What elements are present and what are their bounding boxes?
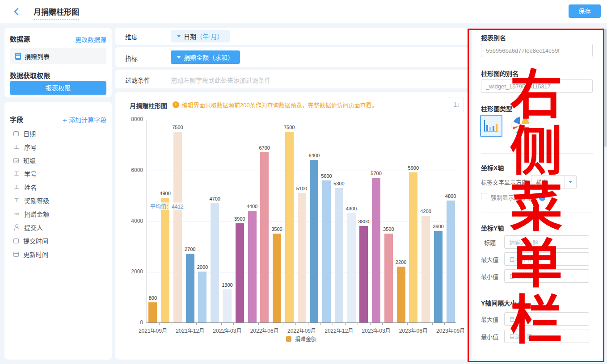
divider (481, 213, 594, 213)
x-axis-tick (172, 323, 172, 325)
chevron-down-icon (569, 181, 572, 183)
metric-row: 指标 捐赠金额（求和） (115, 47, 468, 67)
calendar-field-icon (13, 131, 19, 136)
app-window: 月捐赠柱形图 保存 数据源 更改数据源 捐赠列表 数据获取权限 报表权限 字段 … (0, 0, 607, 364)
field-item-班级[interactable]: 班级 (10, 154, 106, 167)
pie-chart-icon (511, 116, 531, 136)
scrollbar-thumb[interactable] (604, 29, 607, 147)
datasource-item-label: 捐赠列表 (25, 52, 50, 61)
x-axis-tick (345, 323, 346, 325)
widget-alias-input[interactable] (481, 79, 593, 93)
dimension-suffix: （年-月） (196, 33, 223, 40)
x-axis-tick (295, 323, 296, 325)
metric-value: 捐赠金额（求和） (184, 53, 234, 62)
field-item-label: 提交人 (24, 223, 43, 232)
force-labels-checkbox[interactable] (481, 193, 487, 199)
y-axis-min-input[interactable] (504, 269, 589, 283)
field-item-提交时间[interactable]: 提交时间 (10, 234, 106, 247)
save-button[interactable]: 保存 (569, 4, 601, 18)
warning-icon: ! (173, 101, 179, 108)
field-item-提交人[interactable]: 提交人 (10, 221, 106, 234)
field-item-奖励等级[interactable]: 工奖励等级 (10, 194, 106, 207)
datasource-card: 数据源 更改数据源 捐赠列表 数据获取权限 报表权限 (4, 28, 112, 97)
y-axis-max-input[interactable] (504, 252, 589, 266)
field-item-捐赠金额[interactable]: 123捐赠金额 (10, 207, 106, 221)
bar-value-label: 2700 (179, 247, 201, 252)
dimension-pill[interactable]: 日期（年-月） (171, 30, 230, 42)
add-calc-field-link[interactable]: + 添加计算字段 (63, 115, 106, 125)
bar-value-label: 5600 (316, 173, 338, 179)
field-item-label: 更新时间 (23, 250, 48, 259)
x-axis-label: 2022年12月 (319, 326, 359, 334)
chart-type-pie-option[interactable] (510, 115, 532, 137)
field-item-更新时间[interactable]: 更新时间 (10, 247, 106, 261)
metric-pill[interactable]: 捐赠金额（求和） (171, 50, 240, 64)
bar-2023年06月 (409, 172, 417, 322)
field-item-label: 提交时间 (23, 236, 48, 245)
y-axis-tick-label: 0 (125, 319, 143, 326)
calendar-field-icon (13, 238, 19, 243)
filter-row[interactable]: 过滤条件 拖动左侧字段到此处来添加过滤条件 (115, 70, 468, 88)
x-axis-title: 坐标X轴 (481, 163, 504, 172)
label-direction-value: 横向 (531, 178, 564, 186)
metric-label: 指标 (125, 54, 138, 63)
filter-label: 过滤条件 (125, 75, 150, 84)
field-item-学号[interactable]: 工学号 (10, 167, 106, 180)
x-axis-tick (308, 323, 308, 325)
page-title[interactable]: 月捐赠柱形图 (34, 6, 79, 20)
field-item-label: 奖励等级 (24, 196, 49, 205)
sort-button[interactable]: 1↓ (449, 97, 464, 112)
x-axis-label: 2021年09月 (133, 326, 173, 334)
fields-card: 字段 + 添加计算字段 日期工序号班级工学号工姓名工奖励等级123捐赠金额提交人… (4, 102, 112, 360)
field-item-序号[interactable]: 工序号 (10, 140, 106, 154)
back-button[interactable] (12, 7, 21, 17)
bar-value-label: 5900 (402, 165, 425, 171)
y-interval-title: Y轴间隔大小 ? (481, 298, 524, 307)
datasource-item[interactable]: 捐赠列表 (10, 48, 106, 64)
datasource-title: 数据源 (10, 34, 30, 43)
chart-card: 月捐赠柱形图 ! 编辑界面只取数据源前200条作为查询数据预览，完整数据请访问页… (115, 92, 468, 360)
x-axis-label: 2023年09月 (430, 326, 471, 334)
label-direction-select[interactable]: 横向 (531, 175, 577, 188)
x-axis-tick (258, 323, 259, 325)
x-axis-label: 2022年09月 (282, 326, 322, 334)
field-item-label: 序号 (24, 142, 37, 151)
y-axis-caption-input[interactable] (504, 235, 589, 249)
x-axis-tick (209, 323, 209, 325)
x-axis-tick (184, 323, 184, 325)
change-datasource-link[interactable]: 更改数据源 (75, 35, 106, 44)
bar-2021年11月 (173, 132, 182, 322)
chevron-down-icon (177, 35, 181, 38)
field-item-label: 班级 (23, 156, 36, 165)
report-alias-input[interactable] (481, 44, 593, 57)
bar-value-label: 4800 (439, 193, 462, 199)
chart-legend[interactable]: 捐赠金额 (146, 335, 456, 343)
help-icon[interactable]: ? (518, 301, 524, 307)
report-permission-button[interactable]: 报表权限 (10, 81, 106, 95)
x-axis-tick (159, 323, 160, 325)
x-axis-tick (420, 323, 420, 325)
top-bar: 月捐赠柱形图 保存 (0, 0, 607, 23)
fields-title: 字段 (10, 114, 23, 124)
field-item-姓名[interactable]: 工姓名 (10, 180, 106, 194)
y-interval-max-input[interactable] (504, 312, 589, 326)
warning-text: 编辑界面只取数据源前200条作为查询数据预览，完整数据请访问页面查看。 (182, 100, 378, 109)
number-field-icon: 123 (13, 211, 20, 217)
field-item-label: 姓名 (24, 183, 37, 192)
field-item-日期[interactable]: 日期 (10, 127, 106, 140)
y-interval-min-input[interactable] (504, 330, 589, 343)
dimension-value: 日期 (184, 33, 196, 40)
x-axis-tick (320, 323, 321, 325)
chart-type-bar-option[interactable] (480, 115, 502, 137)
select-field-icon (13, 158, 19, 163)
y-axis-title: 坐标Y轴 (481, 223, 504, 232)
bar-2023年05月 (397, 267, 405, 322)
bar-2022年06月 (260, 152, 269, 322)
y-axis-min-label: 最小值 (481, 272, 498, 280)
help-icon[interactable]: ? (539, 195, 545, 201)
bar-2022年09月 (298, 193, 306, 322)
x-axis-tick (382, 323, 383, 325)
bar-value-label: 5300 (328, 181, 350, 186)
x-axis-label: 2022年06月 (244, 326, 285, 334)
legend-label: 捐赠金额 (295, 335, 316, 343)
